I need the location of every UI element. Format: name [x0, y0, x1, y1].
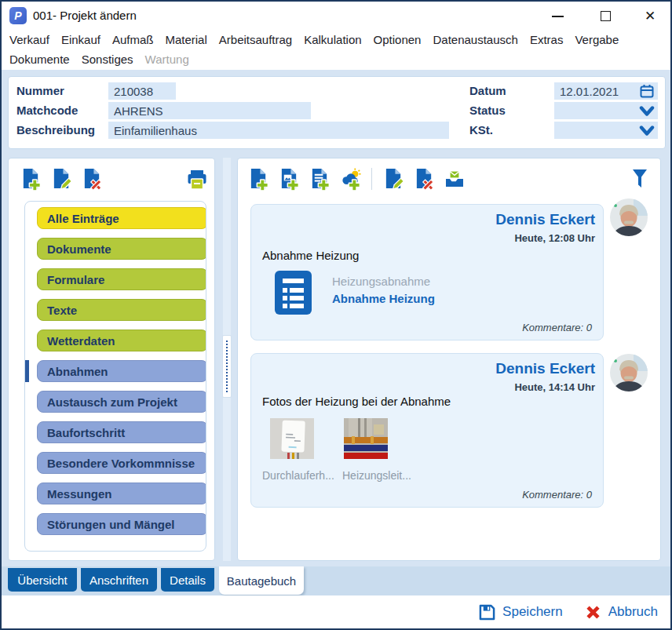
category-dokumente[interactable]: Dokumente	[37, 238, 206, 260]
close-icon: ✕	[645, 8, 656, 24]
tab-uebersicht[interactable]: Übersicht	[8, 568, 77, 592]
diary-entry[interactable]: Dennis Eckert Heute, 14:14 Uhr Fotos der…	[250, 353, 604, 508]
title-bar: P 001- Projekt ändern ✕	[2, 2, 670, 30]
entry-comments: Kommentare: 0	[522, 489, 592, 501]
menu-material[interactable]: Material	[165, 33, 206, 46]
menu-dokumente[interactable]: Dokumente	[9, 53, 70, 66]
menu-verkauf[interactable]: Verkauf	[9, 33, 49, 46]
menu-sonstiges[interactable]: Sonstiges	[82, 53, 133, 66]
add-entry-button[interactable]	[20, 167, 42, 191]
category-austausch-zum-projekt[interactable]: Austausch zum Projekt	[37, 391, 206, 413]
print-button[interactable]	[186, 167, 208, 191]
diary-entry[interactable]: Dennis Eckert Heute, 12:08 Uhr Abnahme H…	[250, 204, 604, 340]
category-row: Abnahmen	[31, 360, 198, 382]
save-label: Speichern	[502, 604, 563, 620]
add-photo-entry-button[interactable]	[278, 167, 300, 191]
close-button[interactable]: ✕	[637, 5, 663, 27]
minimize-icon	[552, 16, 564, 17]
menu-kalkulation[interactable]: Kalkulation	[304, 33, 361, 46]
add-weather-entry-button[interactable]	[339, 167, 361, 191]
user-photo-icon	[610, 198, 648, 236]
menu-row-2: Dokumente Sonstiges Wartung	[9, 49, 664, 69]
beschreibung-field[interactable]	[108, 122, 449, 139]
category-panel: Alle Einträge Dokumente Formulare Texte …	[8, 158, 215, 561]
entry-author: Dennis Eckert	[495, 360, 595, 377]
category-formulare[interactable]: Formulare	[37, 268, 206, 290]
heating-pipes-photo-icon	[344, 418, 388, 459]
menu-aufmass[interactable]: Aufmaß	[112, 33, 154, 46]
cancel-button[interactable]: Abbruch	[585, 604, 658, 621]
category-row: Messungen	[31, 483, 198, 504]
category-messungen[interactable]: Messungen	[37, 483, 206, 504]
cancel-x-icon	[585, 604, 601, 621]
mail-icon	[444, 169, 465, 189]
matchcode-label: Matchcode	[16, 102, 78, 119]
minimize-button[interactable]	[545, 5, 570, 27]
selected-category-indicator	[24, 360, 29, 382]
project-header-form: Nummer Matchcode Beschreibung Datum Stat…	[8, 76, 666, 149]
form-document-add-icon	[309, 168, 331, 191]
panel-splitter	[223, 158, 231, 561]
status-field[interactable]	[554, 102, 658, 119]
kst-label: KSt.	[469, 122, 493, 139]
bottom-tab-bar: Übersicht Anschriften Details Bautagebuc…	[2, 566, 670, 595]
category-abnahmen[interactable]: Abnahmen	[37, 360, 206, 382]
menu-bar: Verkauf Einkauf Aufmaß Material Arbeitsa…	[9, 30, 664, 69]
menu-optionen[interactable]: Optionen	[374, 33, 422, 46]
category-row: Texte	[31, 299, 198, 321]
tab-bautagebuch[interactable]: Bautagebuch	[219, 566, 304, 595]
category-row: Wetterdaten	[31, 330, 198, 351]
save-floppy-icon	[479, 604, 495, 621]
photo-thumbnail-heizungsleitung[interactable]	[344, 418, 388, 459]
category-list: Alle Einträge Dokumente Formulare Texte …	[24, 201, 206, 552]
menu-datenaustausch[interactable]: Datenaustausch	[433, 33, 517, 46]
edit-entry-button[interactable]	[382, 167, 404, 191]
menu-vergabe[interactable]: Vergabe	[575, 33, 619, 46]
tab-anschriften[interactable]: Anschriften	[81, 568, 157, 592]
datum-field[interactable]	[554, 82, 658, 100]
tab-details[interactable]: Details	[161, 568, 214, 592]
document-delete-icon	[82, 168, 103, 191]
calendar-icon[interactable]	[640, 84, 654, 98]
diary-panel: Dennis Eckert Heute, 12:08 Uhr Abnahme H…	[237, 158, 661, 561]
category-stoerungen-und-maengel[interactable]: Störungen und Mängel	[37, 513, 206, 535]
document-edit-icon	[51, 168, 72, 191]
attachment-link[interactable]: Abnahme Heizung	[332, 292, 435, 305]
chevron-down-icon[interactable]	[639, 106, 655, 117]
send-mail-button[interactable]	[444, 167, 466, 191]
maximize-button[interactable]	[593, 5, 618, 27]
attachment-document-icon[interactable]	[275, 271, 312, 315]
photo-thumbnail-durchlauferhitzer[interactable]	[270, 418, 314, 459]
splitter-handle[interactable]	[222, 335, 232, 398]
category-alle-eintraege[interactable]: Alle Einträge	[37, 207, 206, 229]
add-form-entry-button[interactable]	[309, 167, 331, 191]
menu-einkauf[interactable]: Einkauf	[61, 33, 100, 46]
category-texte[interactable]: Texte	[37, 299, 206, 321]
delete-entry-button[interactable]	[81, 167, 103, 191]
filter-icon	[632, 169, 648, 189]
nummer-field[interactable]	[108, 82, 176, 100]
kst-field[interactable]	[554, 122, 658, 139]
document-delete-icon	[414, 168, 435, 191]
chevron-down-icon[interactable]	[639, 126, 655, 137]
edit-entry-button[interactable]	[50, 167, 72, 191]
category-besondere-vorkommnisse[interactable]: Besondere Vorkommnisse	[37, 452, 206, 474]
filter-button[interactable]	[629, 167, 651, 191]
category-row: Austausch zum Projekt	[31, 391, 198, 413]
attachment-category: Heizungsabnahme	[332, 275, 435, 288]
toolbar-separator	[371, 168, 372, 190]
photo-label: Heizungsleit...	[342, 469, 411, 482]
add-document-entry-button[interactable]	[247, 167, 269, 191]
category-wetterdaten[interactable]: Wetterdaten	[37, 330, 206, 351]
status-label: Status	[469, 102, 506, 119]
menu-arbeitsauftrag[interactable]: Arbeitsauftrag	[219, 33, 292, 46]
document-add-icon	[248, 168, 269, 191]
save-button[interactable]: Speichern	[479, 604, 563, 621]
photo-document-add-icon	[279, 168, 300, 191]
category-baufortschritt[interactable]: Baufortschritt	[37, 421, 206, 443]
menu-extras[interactable]: Extras	[530, 33, 564, 46]
category-row: Baufortschritt	[31, 421, 198, 443]
entry-time: Heute, 14:14 Uhr	[514, 381, 595, 393]
matchcode-field[interactable]	[108, 102, 311, 119]
delete-entry-button[interactable]	[413, 167, 435, 191]
